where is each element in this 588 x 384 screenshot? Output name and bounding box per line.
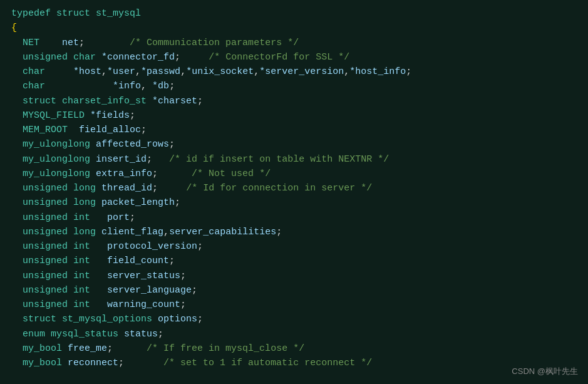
line-3: NET net; /* Communication parameters */ xyxy=(11,36,577,50)
line-9: MEM_ROOT field_alloc; xyxy=(11,123,577,137)
line-8: MYSQL_FIELD *fields; xyxy=(11,108,577,123)
line-16: unsigned long client_flag,server_capabil… xyxy=(11,225,577,239)
line-20: unsigned int server_language; xyxy=(11,283,577,298)
line-4: unsigned char *connector_fd; /* Connecto… xyxy=(11,50,577,65)
line-19: unsigned int server_status; xyxy=(11,269,577,283)
line-23: enum mysql_status status; xyxy=(11,327,577,341)
line-17: unsigned int protocol_version; xyxy=(11,239,577,254)
line-24: my_bool free_me; /* If free in mysql_clo… xyxy=(11,341,577,356)
line-14: unsigned long packet_length; xyxy=(11,195,577,210)
line-18: unsigned int field_count; xyxy=(11,254,577,268)
line-12: my_ulonglong extra_info; /* Not used */ xyxy=(11,167,577,181)
line-21: unsigned int warning_count; xyxy=(11,298,577,312)
line-5: char *host,*user,*passwd,*unix_socket,*s… xyxy=(11,65,577,79)
line-13: unsigned long thread_id; /* Id for conne… xyxy=(11,181,577,195)
line-11: my_ulonglong insert_id; /* id if insert … xyxy=(11,152,577,167)
line-6: char *info, *db; xyxy=(11,79,577,93)
line-25: my_bool reconnect; /* set to 1 if automa… xyxy=(11,356,577,370)
line-1: typedef struct st_mysql xyxy=(11,6,577,21)
code-block: typedef struct st_mysql { NET net; /* Co… xyxy=(0,0,588,384)
line-22: struct st_mysql_options options; xyxy=(11,312,577,326)
line-7: struct charset_info_st *charset; xyxy=(11,94,577,108)
line-10: my_ulonglong affected_rows; xyxy=(11,137,577,152)
line-15: unsigned int port; xyxy=(11,210,577,225)
watermark: CSDN @枫叶先生 xyxy=(512,365,578,378)
line-2: { xyxy=(11,21,577,35)
